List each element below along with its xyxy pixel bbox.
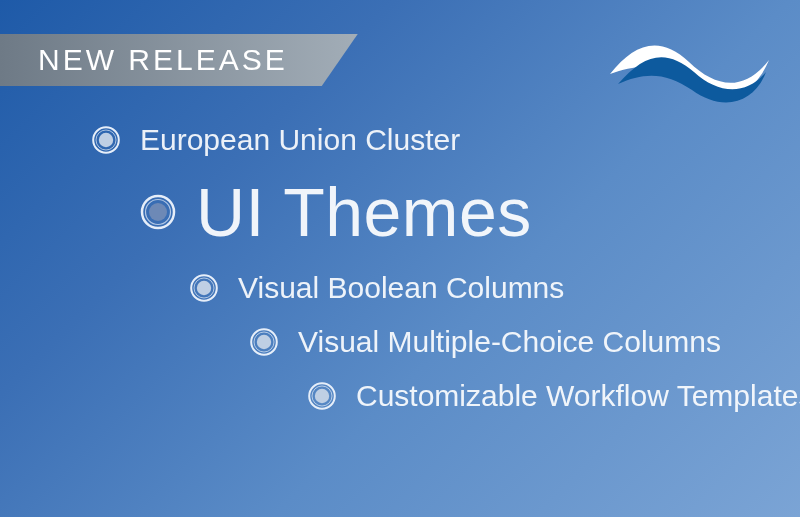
new-release-banner: NEW RELEASE bbox=[0, 34, 358, 86]
bullet-icon bbox=[138, 192, 178, 232]
feature-item-visual-boolean: Visual Boolean Columns bbox=[188, 272, 800, 304]
feature-item-ui-themes: UI Themes bbox=[138, 178, 800, 246]
feature-label: European Union Cluster bbox=[140, 125, 460, 155]
feature-label: Visual Multiple-Choice Columns bbox=[298, 327, 721, 357]
feature-label: Customizable Workflow Templates bbox=[356, 381, 800, 411]
svg-point-2 bbox=[99, 133, 113, 147]
wave-logo-icon bbox=[604, 14, 774, 124]
svg-point-14 bbox=[315, 389, 329, 403]
feature-label: Visual Boolean Columns bbox=[238, 273, 564, 303]
bullet-icon bbox=[188, 272, 220, 304]
svg-point-5 bbox=[149, 203, 167, 221]
bullet-icon bbox=[306, 380, 338, 412]
svg-point-11 bbox=[257, 335, 271, 349]
feature-label: UI Themes bbox=[196, 178, 532, 246]
feature-item-workflow-templates: Customizable Workflow Templates bbox=[306, 380, 800, 412]
banner-label: NEW RELEASE bbox=[38, 43, 288, 77]
feature-list: European Union Cluster UI Themes Visual … bbox=[0, 124, 800, 412]
svg-point-8 bbox=[197, 281, 211, 295]
bullet-icon bbox=[248, 326, 280, 358]
feature-item-eu-cluster: European Union Cluster bbox=[90, 124, 800, 156]
bullet-icon bbox=[90, 124, 122, 156]
feature-item-visual-multiple-choice: Visual Multiple-Choice Columns bbox=[248, 326, 800, 358]
